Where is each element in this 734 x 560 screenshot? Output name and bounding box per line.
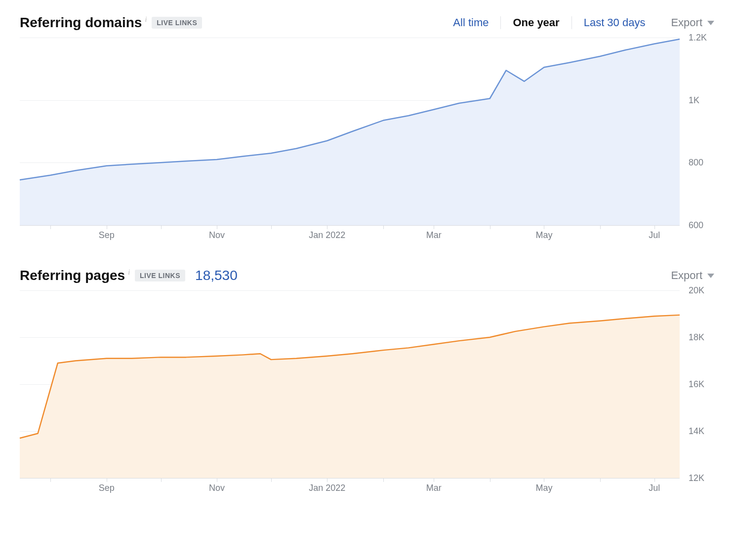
info-icon[interactable]: i <box>128 269 130 277</box>
x-tick-label: Jan 2022 <box>309 230 345 240</box>
x-tick <box>161 478 162 482</box>
live-links-badge[interactable]: LIVE LINKS <box>152 17 202 29</box>
y-tick-label: 600 <box>689 220 703 231</box>
x-tick-label: Jul <box>649 483 660 493</box>
y-tick-label: 1K <box>689 95 699 105</box>
y-tick-label: 16K <box>689 379 704 390</box>
x-tick <box>107 478 107 482</box>
chart-plot-area[interactable] <box>20 38 680 225</box>
x-tick-label: Sep <box>99 483 115 493</box>
export-button[interactable]: Export <box>671 269 714 282</box>
x-tick-label: Mar <box>426 483 442 493</box>
panel-referring-pages: Referring pages i LIVE LINKS 18,530 Expo… <box>20 268 714 498</box>
x-tick-label: May <box>535 483 552 493</box>
x-tick-label: Jul <box>649 230 660 240</box>
x-tick <box>544 225 544 229</box>
x-tick <box>217 478 217 482</box>
x-tick <box>327 225 327 229</box>
export-button[interactable]: Export <box>671 16 714 29</box>
x-tick <box>383 478 384 482</box>
panel-header: Referring domains i LIVE LINKS All time … <box>20 15 714 31</box>
x-tick <box>434 225 434 229</box>
y-tick-label: 12K <box>689 473 704 483</box>
info-icon[interactable]: i <box>145 16 147 24</box>
y-tick-label: 18K <box>689 332 704 343</box>
panel-header: Referring pages i LIVE LINKS 18,530 Expo… <box>20 268 714 283</box>
chart-referring-pages[interactable]: 12K14K16K18K20K <box>20 290 714 478</box>
panel-header-right: Export <box>671 269 714 282</box>
chart-referring-domains[interactable]: 6008001K1.2K <box>20 38 714 225</box>
x-tick <box>654 225 655 229</box>
x-tick-label: Jan 2022 <box>309 483 345 493</box>
chart-y-axis: 12K14K16K18K20K <box>680 290 714 478</box>
x-tick <box>490 225 490 229</box>
export-label: Export <box>671 16 702 29</box>
y-tick-label: 14K <box>689 426 704 437</box>
x-tick <box>434 478 434 482</box>
x-tick <box>544 478 544 482</box>
x-tick <box>600 225 601 229</box>
chart-x-axis: SepNovJan 2022MarMayJul <box>20 225 680 245</box>
x-tick-label: Mar <box>426 230 442 240</box>
panel-header-right: All time One year Last 30 days Export <box>441 15 714 30</box>
y-tick-label: 1.2K <box>689 33 707 43</box>
chart-plot-area[interactable] <box>20 290 680 478</box>
x-tick <box>50 478 51 482</box>
panel-title-pages: Referring pages <box>20 268 125 283</box>
x-tick-label: Nov <box>209 483 225 493</box>
x-tick-label: Sep <box>99 230 115 240</box>
referring-pages-count[interactable]: 18,530 <box>195 268 238 283</box>
x-tick-label: Nov <box>209 230 225 240</box>
export-label: Export <box>671 269 702 282</box>
y-tick-label: 800 <box>689 158 703 168</box>
range-tab-all-time[interactable]: All time <box>441 15 500 30</box>
y-tick-label: 20K <box>689 285 704 296</box>
x-tick <box>490 478 490 482</box>
range-tab-last-30[interactable]: Last 30 days <box>572 15 657 30</box>
chevron-down-icon <box>707 21 714 25</box>
x-tick <box>327 478 327 482</box>
x-tick <box>271 478 272 482</box>
x-tick <box>654 478 655 482</box>
panel-referring-domains: Referring domains i LIVE LINKS All time … <box>20 15 714 245</box>
chart-y-axis: 6008001K1.2K <box>680 38 714 225</box>
chart-x-axis: SepNovJan 2022MarMayJul <box>20 478 680 498</box>
panel-title-domains: Referring domains <box>20 15 142 31</box>
panel-header-left: Referring domains i LIVE LINKS <box>20 15 202 31</box>
x-tick <box>600 478 601 482</box>
chevron-down-icon <box>707 274 714 278</box>
panel-header-left: Referring pages i LIVE LINKS 18,530 <box>20 268 238 283</box>
range-tabs: All time One year Last 30 days <box>441 15 657 30</box>
range-tab-one-year[interactable]: One year <box>501 15 571 30</box>
x-tick <box>383 225 384 229</box>
x-tick-label: May <box>535 230 552 240</box>
x-tick <box>217 225 217 229</box>
x-tick <box>107 225 107 229</box>
live-links-badge[interactable]: LIVE LINKS <box>135 270 185 281</box>
x-tick <box>50 225 51 229</box>
x-tick <box>161 225 162 229</box>
x-tick <box>271 225 272 229</box>
